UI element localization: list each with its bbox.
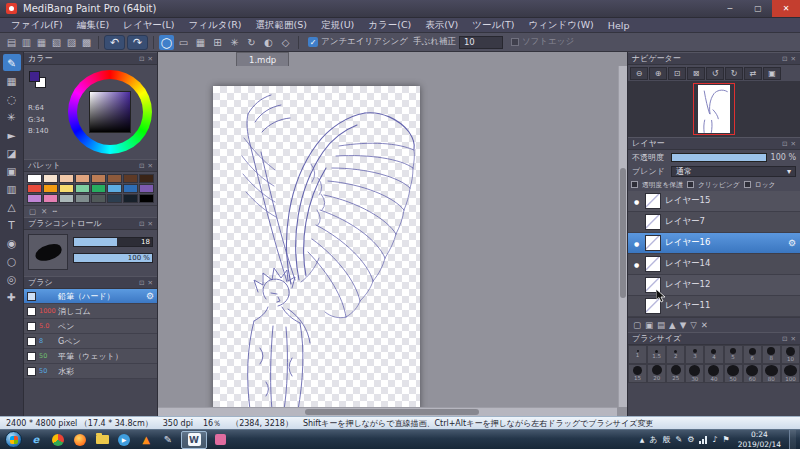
tool-eraser[interactable]: ◪ xyxy=(3,144,21,161)
layer-row-12[interactable]: レイヤー12 xyxy=(628,275,800,296)
dock-icon-2[interactable]: ▥ xyxy=(19,35,34,50)
blend-mode-dropdown[interactable]: 通常 ▾ xyxy=(671,166,796,177)
palette-swatch[interactable] xyxy=(27,194,42,203)
tool-move[interactable]: ► xyxy=(3,126,21,143)
brush-item-watercolor[interactable]: 50 水彩 xyxy=(24,364,157,379)
menu-help[interactable]: Help xyxy=(601,20,637,31)
taskbar-app-icon[interactable] xyxy=(210,431,230,448)
brush-opacity-slider[interactable]: 100 % xyxy=(73,253,153,263)
layer-row-14[interactable]: ● レイヤー14 xyxy=(628,254,800,275)
vertical-scrollbar[interactable] xyxy=(618,66,627,407)
delete-layer-icon[interactable]: ✕ xyxy=(701,320,708,330)
vertical-scrollbar-thumb[interactable] xyxy=(620,168,626,298)
horizontal-scrollbar[interactable] xyxy=(158,407,617,416)
palette-swatch[interactable] xyxy=(75,184,90,193)
brush-size-option[interactable]: 1.5 xyxy=(647,345,666,364)
ime-conversion-indicator[interactable]: 般 xyxy=(663,434,671,445)
palette-swatch[interactable] xyxy=(59,184,74,193)
palette-swatch[interactable] xyxy=(91,184,106,193)
zoom-in-icon[interactable]: ⊕ xyxy=(649,67,667,80)
minimize-button[interactable]: ─ xyxy=(716,0,744,17)
panel-float-icon[interactable]: ⊡ xyxy=(782,335,787,343)
brush-size-option[interactable]: 15 xyxy=(628,364,647,383)
menu-window[interactable]: ウィンドウ(W) xyxy=(521,19,600,32)
move-layer-up-icon[interactable]: ▲ xyxy=(669,320,676,330)
undo-button[interactable]: ↶ xyxy=(104,35,125,50)
menu-color[interactable]: カラー(C) xyxy=(361,19,418,32)
network-icon[interactable] xyxy=(699,436,707,444)
palette-swatch[interactable] xyxy=(107,184,122,193)
flip-icon[interactable]: ⇄ xyxy=(744,67,762,80)
palette-swatch[interactable] xyxy=(43,194,58,203)
panel-float-icon[interactable]: ⊡ xyxy=(139,220,144,228)
ime-settings-gear-icon[interactable]: ⚙ xyxy=(687,435,694,444)
protect-alpha-checkbox[interactable] xyxy=(631,181,638,188)
taskbar-firefox-icon[interactable] xyxy=(70,431,90,448)
tool-gradient[interactable]: ▥ xyxy=(3,180,21,197)
option-circle-icon[interactable]: ◯ xyxy=(159,35,174,50)
palette-swatch[interactable] xyxy=(107,174,122,183)
navigator-preview[interactable] xyxy=(628,81,800,137)
stabilize-dropdown[interactable]: 10 xyxy=(459,36,503,49)
panel-float-icon[interactable]: ⊡ xyxy=(139,279,144,287)
brush-size-option[interactable]: 10 xyxy=(781,345,800,364)
panel-float-icon[interactable]: ⊡ xyxy=(139,162,144,170)
menu-edit[interactable]: 編集(E) xyxy=(70,19,116,32)
palette-swatch[interactable] xyxy=(123,184,138,193)
palette-swatch[interactable] xyxy=(91,194,106,203)
brush-size-option[interactable]: 30 xyxy=(685,364,704,383)
brush-item-gpen[interactable]: 8 Gペン xyxy=(24,334,157,349)
brush-size-option[interactable]: 5 xyxy=(724,345,743,364)
taskbar-chrome-icon[interactable] xyxy=(48,431,68,448)
foreground-color-swatch[interactable] xyxy=(29,71,40,82)
brush-size-option[interactable]: 8 xyxy=(762,345,781,364)
option-rect-icon[interactable]: ▭ xyxy=(176,35,191,50)
tool-brush[interactable]: ✎ xyxy=(3,54,21,71)
duplicate-layer-icon[interactable]: ▤ xyxy=(657,320,665,330)
tray-expand-icon[interactable]: ▲ xyxy=(640,436,645,443)
panel-float-icon[interactable]: ⊡ xyxy=(782,55,787,63)
brush-size-slider[interactable]: 18 xyxy=(73,237,153,247)
dock-icon-4[interactable]: ▧ xyxy=(49,35,64,50)
brush-size-option[interactable]: 6 xyxy=(743,345,762,364)
brush-size-option[interactable]: 20 xyxy=(647,364,666,383)
palette-swatch[interactable] xyxy=(75,194,90,203)
layer-row-7[interactable]: レイヤー7 xyxy=(628,212,800,233)
brush-size-option[interactable]: 1 xyxy=(628,345,647,364)
option-contrast-icon[interactable]: ◐ xyxy=(261,35,276,50)
panel-close-icon[interactable]: ✕ xyxy=(148,162,153,170)
tool-lasso[interactable]: ◌ xyxy=(3,90,21,107)
brush-size-option[interactable]: 40 xyxy=(704,364,723,383)
horizontal-scrollbar-thumb[interactable] xyxy=(305,409,479,415)
palette-swatch[interactable] xyxy=(91,174,106,183)
panel-float-icon[interactable]: ⊡ xyxy=(139,55,144,63)
brush-item-eraser[interactable]: 1000 消しゴム xyxy=(24,304,157,319)
dock-icon-1[interactable]: ▤ xyxy=(4,35,19,50)
fit-view-icon[interactable]: ⊡ xyxy=(668,67,686,80)
action-center-flag-icon[interactable]: ⚑ xyxy=(723,435,730,444)
brush-item-pencil-hard[interactable]: 鉛筆（ハード） ⚙ xyxy=(24,289,157,304)
brush-size-option[interactable]: 100 xyxy=(781,364,800,383)
brush-size-option[interactable]: 50 xyxy=(724,364,743,383)
menu-tool[interactable]: ツール(T) xyxy=(465,19,521,32)
ime-pen-icon[interactable]: ✎ xyxy=(676,435,683,444)
taskbar-mediaplayer-icon[interactable]: ▶ xyxy=(114,431,134,448)
option-diamond-icon[interactable]: ◇ xyxy=(278,35,293,50)
menu-view[interactable]: 表示(V) xyxy=(418,19,465,32)
start-button[interactable] xyxy=(5,431,22,448)
rotate-cw-icon[interactable]: ↻ xyxy=(725,67,743,80)
layer-opacity-slider[interactable] xyxy=(671,153,767,162)
tool-marquee[interactable]: ▦ xyxy=(3,72,21,89)
option-star-icon[interactable]: ✳ xyxy=(227,35,242,50)
layer-row-16-selected[interactable]: ● レイヤー16 ⚙ xyxy=(628,233,800,254)
palette-swatch[interactable] xyxy=(75,174,90,183)
taskbar-vlc-icon[interactable]: ▲ xyxy=(136,431,156,448)
tool-magic-wand[interactable]: ✳ xyxy=(3,108,21,125)
menu-layer[interactable]: レイヤー(L) xyxy=(116,19,181,32)
taskbar-ie-icon[interactable]: e xyxy=(26,431,46,448)
close-button[interactable]: ✕ xyxy=(772,0,800,17)
tool-hand[interactable]: ○ xyxy=(3,252,21,269)
move-layer-down-icon[interactable]: ▼ xyxy=(680,320,687,330)
palette-swatch[interactable] xyxy=(139,194,154,203)
brush-size-option[interactable]: 4 xyxy=(704,345,723,364)
